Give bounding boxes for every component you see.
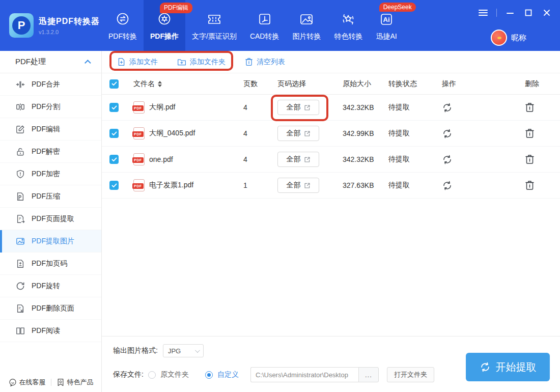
column-delete: 删除	[519, 79, 560, 89]
sidebar-item-pdf-merge[interactable]: PDF合并	[0, 73, 101, 96]
tab-image-convert[interactable]: 图片转换	[286, 0, 327, 51]
delete-row-button[interactable]	[525, 102, 535, 113]
radio-custom-label[interactable]: 自定义	[217, 370, 239, 379]
sidebar-item-pdf-delete-page[interactable]: P PDF删除页面	[0, 297, 101, 320]
file-size: 342.32KB	[333, 155, 384, 163]
delete-row-button[interactable]	[525, 128, 535, 138]
sidebar-item-pdf-compress[interactable]: PDF压缩	[0, 185, 101, 208]
logo-area: P 迅捷PDF转换器 v1.3.2.0	[0, 0, 102, 51]
page-count: 4	[234, 155, 270, 163]
chat-icon	[9, 378, 17, 386]
start-extract-label: 开始提取	[496, 360, 537, 374]
table-row: 电子发票1.pdf 1 全部 327.63KB 待提取	[102, 173, 560, 199]
sidebar-item-pdf-split[interactable]: PDF分割	[0, 96, 101, 118]
add-file-label: 添加文件	[129, 58, 158, 67]
radio-original-folder[interactable]	[148, 371, 156, 379]
nav-tabs: PDF转换 PDF编辑 PDF操作 文字/票证识别 CAD转换	[102, 0, 404, 51]
status: 待提取	[384, 103, 438, 112]
sidebar-item-pdf-rotate[interactable]: PDF旋转	[0, 275, 101, 297]
add-file-button[interactable]: 添加文件	[117, 58, 158, 67]
sidebar-item-label: PDF提取图片	[32, 237, 74, 246]
refresh-action-button[interactable]	[442, 128, 453, 139]
column-pages: 页数	[234, 79, 270, 89]
trash-icon	[525, 180, 535, 190]
clear-list-button[interactable]: 清空列表	[245, 58, 285, 67]
page-select-button[interactable]: 全部	[277, 152, 319, 167]
filename: 大纲_0405.pdf	[149, 129, 195, 138]
tab-xunjie-ai[interactable]: DeepSeek Ai 迅捷AI	[369, 0, 403, 51]
sidebar-item-pdf-edit[interactable]: PDF编辑	[0, 118, 101, 141]
delete-row-button[interactable]	[525, 154, 535, 164]
sidebar-item-pdf-encrypt[interactable]: PDF加密	[0, 163, 101, 185]
sort-icon	[158, 81, 162, 87]
column-filename[interactable]: 文件名	[127, 79, 234, 89]
sidebar-item-label: PDF合并	[32, 80, 60, 89]
sidebar-item-pdf-read[interactable]: PDF阅读	[0, 320, 101, 342]
maximize-button[interactable]	[521, 7, 536, 18]
output-format-select[interactable]: JPG	[163, 344, 204, 357]
tab-pdf-convert[interactable]: PDF转换	[102, 0, 144, 51]
sidebar-item-pdf-add-page-number[interactable]: PDF加页码	[0, 253, 101, 275]
edit-icon	[304, 182, 311, 189]
sidebar-item-label: PDF删除页面	[32, 304, 74, 313]
edit-icon	[304, 130, 311, 137]
refresh-action-button[interactable]	[442, 154, 453, 165]
sidebar-item-label: PDF压缩	[32, 192, 60, 201]
sidebar-item-pdf-page-extract[interactable]: P PDF页面提取	[0, 208, 101, 230]
add-file-icon	[117, 58, 126, 66]
sidebar-item-pdf-extract-image[interactable]: PDF提取图片	[0, 230, 101, 253]
menu-icon[interactable]	[476, 7, 490, 18]
delete-row-button[interactable]	[525, 180, 535, 190]
app-title: 迅捷PDF转换器	[39, 16, 100, 27]
star-convert-icon	[340, 10, 356, 29]
minimize-button[interactable]	[503, 7, 517, 18]
ticket-icon	[206, 10, 222, 29]
tab-ocr[interactable]: 文字/票证识别	[185, 0, 243, 51]
radio-custom[interactable]	[205, 371, 213, 379]
table-row: one.pdf 4 全部 342.32KB 待提取	[102, 147, 560, 173]
refresh-action-button[interactable]	[442, 180, 453, 191]
column-page-select: 页码选择	[270, 79, 333, 89]
radio-original-label[interactable]: 原文件夹	[160, 370, 189, 379]
sidebar-group-pdf-processing[interactable]: PDF处理	[0, 51, 101, 73]
page-select-button[interactable]: 全部	[277, 126, 319, 141]
sidebar-item-pdf-decrypt[interactable]: PDF解密	[0, 141, 101, 163]
select-all-checkbox[interactable]	[109, 79, 119, 89]
book-icon	[15, 326, 25, 336]
column-action: 操作	[438, 79, 519, 89]
sidebar-item-label: PDF加页码	[32, 259, 67, 268]
save-path-input[interactable]	[250, 367, 358, 382]
start-extract-button[interactable]: 开始提取	[466, 353, 550, 381]
page-select-button[interactable]: 全部	[277, 100, 319, 115]
image-icon	[298, 10, 315, 29]
online-support-link[interactable]: 在线客服	[9, 378, 46, 387]
add-folder-button[interactable]: 添加文件夹	[177, 58, 226, 67]
featured-products-link[interactable]: 特色产品	[57, 378, 94, 387]
browse-button[interactable]: ...	[358, 367, 379, 382]
open-folder-button[interactable]: 打开文件夹	[387, 367, 434, 382]
svg-text:P: P	[19, 216, 21, 220]
row-checkbox[interactable]	[109, 129, 119, 138]
tab-special-convert[interactable]: 特色转换	[327, 0, 369, 51]
page-count: 1	[234, 181, 270, 189]
user-profile[interactable]: 昵称	[491, 30, 526, 46]
close-button[interactable]	[540, 7, 554, 18]
column-filename-label: 文件名	[133, 79, 155, 89]
filename: 大纲.pdf	[149, 103, 175, 112]
row-checkbox[interactable]	[109, 181, 119, 190]
row-checkbox[interactable]	[109, 103, 119, 112]
edit-icon	[304, 104, 311, 111]
tab-pdf-operate[interactable]: PDF编辑 PDF操作	[144, 0, 185, 51]
user-nickname: 昵称	[511, 33, 526, 43]
refresh-action-button[interactable]	[442, 102, 453, 113]
pdf-file-icon	[133, 101, 145, 114]
filename: 电子发票1.pdf	[149, 181, 193, 190]
bottom-panel: 输出图片格式: JPG 保存文件: 原文件夹 自定义 ... 打开文件夹	[102, 336, 560, 392]
tab-cad-convert[interactable]: CAD转换	[243, 0, 286, 51]
page-select-button[interactable]: 全部	[277, 178, 319, 193]
status: 待提取	[384, 181, 438, 190]
refresh-icon	[442, 102, 453, 113]
main-content: 添加文件 添加文件夹 清空列表 文件名 页数 页码选择	[102, 51, 560, 392]
row-checkbox[interactable]	[109, 155, 119, 164]
pdf-file-icon	[133, 153, 145, 165]
